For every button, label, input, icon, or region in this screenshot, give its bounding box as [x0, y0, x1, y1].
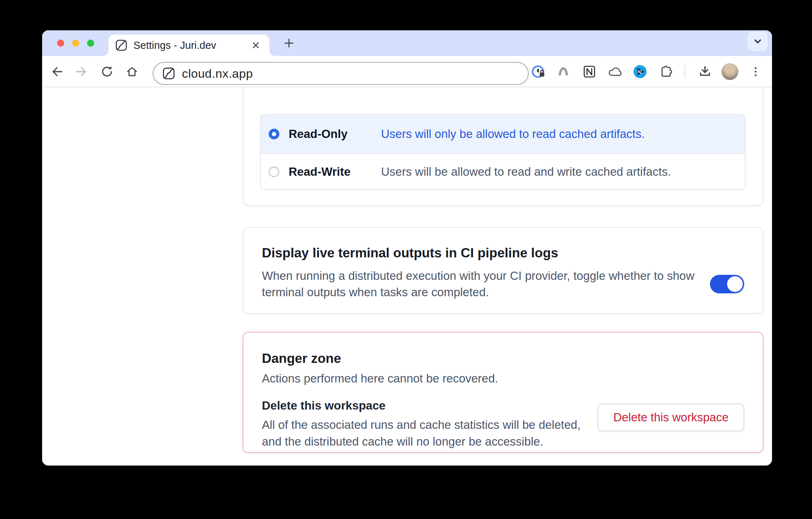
tab-settings[interactable]: Settings - Juri.dev — [108, 35, 269, 56]
nordvpn-icon[interactable] — [553, 62, 573, 82]
terminal-card-description: When running a distributed execution wit… — [262, 268, 704, 300]
tab-strip: Settings - Juri.dev — [42, 30, 772, 56]
downloads-icon[interactable] — [695, 62, 715, 82]
minimize-window-button[interactable] — [72, 40, 79, 47]
tab-close-icon[interactable] — [249, 38, 263, 52]
read-write-label: Read-Write — [289, 165, 381, 179]
notion-icon[interactable] — [579, 62, 599, 82]
danger-zone-card: Danger zone Actions performed here canno… — [243, 332, 763, 453]
toolbar-divider — [685, 65, 685, 78]
tab-title: Settings - Juri.dev — [133, 40, 249, 51]
read-only-description: Users will only be allowed to read cache… — [381, 127, 645, 141]
delete-workspace-button[interactable]: Delete this workspace — [598, 404, 744, 431]
profile-avatar[interactable] — [721, 63, 739, 80]
cloud-icon[interactable] — [605, 62, 625, 82]
zoom-window-button[interactable] — [87, 40, 94, 47]
danger-zone-title: Danger zone — [262, 351, 744, 366]
nx-cloud-site-icon — [162, 67, 176, 80]
terminal-card-title: Display live terminal outputs in CI pipe… — [262, 246, 744, 261]
delete-workspace-description: All of the associated runs and cache sta… — [262, 417, 583, 450]
url-text: cloud.nx.app — [182, 67, 253, 81]
home-icon[interactable] — [122, 62, 142, 82]
terminal-toggle[interactable] — [710, 275, 744, 293]
back-icon[interactable] — [47, 62, 67, 82]
close-window-button[interactable] — [57, 40, 64, 47]
danger-zone-subtitle: Actions performed here cannot be recover… — [262, 372, 744, 385]
settings-page: token? Learn more. Read-Only Users will … — [42, 56, 772, 466]
svg-text:IQ: IQ — [638, 70, 642, 74]
tab-search-chevron-button[interactable] — [747, 32, 768, 51]
address-bar[interactable]: cloud.nx.app — [153, 62, 529, 85]
iq-player-icon[interactable]: IQ — [630, 62, 650, 82]
nx-cloud-favicon-icon — [115, 39, 128, 52]
new-tab-button[interactable] — [280, 35, 298, 52]
extensions-puzzle-icon[interactable] — [656, 62, 676, 82]
access-level-radio-group: Read-Only Users will only be allowed to … — [260, 114, 746, 190]
toggle-knob — [727, 276, 743, 292]
forward-icon[interactable] — [71, 62, 91, 82]
read-only-radio[interactable] — [269, 129, 279, 139]
browser-window: Settings - Juri.dev clo — [42, 30, 772, 466]
radio-row-read-only[interactable]: Read-Only Users will only be allowed to … — [261, 115, 745, 153]
read-write-description: Users will be allowed to read and write … — [381, 165, 671, 179]
1password-icon[interactable] — [528, 62, 548, 82]
kebab-menu-icon[interactable] — [746, 62, 766, 82]
read-write-radio[interactable] — [269, 166, 279, 177]
read-only-label: Read-Only — [289, 127, 381, 141]
reload-icon[interactable] — [97, 62, 117, 82]
terminal-output-card: Display live terminal outputs in CI pipe… — [243, 227, 763, 314]
radio-row-read-write[interactable]: Read-Write Users will be allowed to read… — [261, 153, 745, 189]
browser-toolbar: cloud.nx.app IQ — [42, 56, 772, 87]
